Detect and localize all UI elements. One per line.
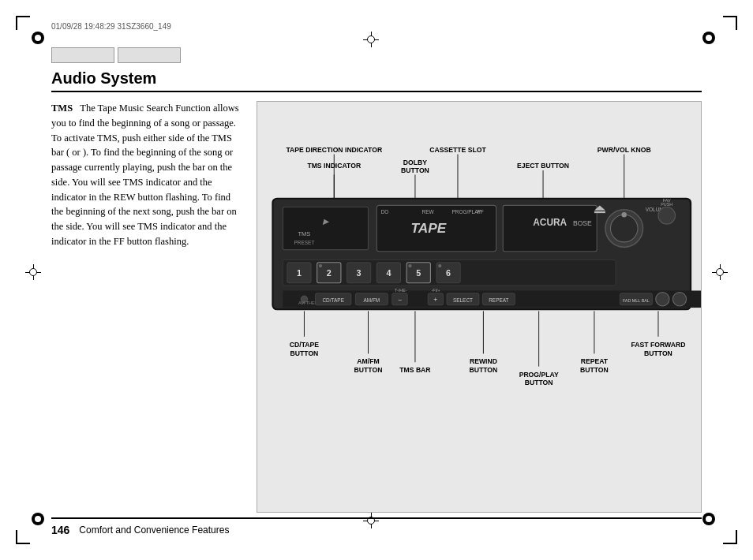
svg-point-1 bbox=[706, 35, 712, 41]
svg-point-7 bbox=[35, 516, 41, 522]
tab-2 bbox=[118, 47, 181, 63]
svg-text:BUTTON: BUTTON bbox=[580, 366, 609, 374]
svg-text:EJECT BUTTON: EJECT BUTTON bbox=[517, 162, 569, 170]
svg-text:SELECT: SELECT bbox=[453, 297, 473, 303]
svg-rect-36 bbox=[594, 211, 605, 213]
svg-point-49 bbox=[319, 264, 322, 267]
svg-text:2: 2 bbox=[327, 268, 332, 278]
svg-text:T-/HE-: T-/HE- bbox=[395, 288, 407, 293]
svg-point-80 bbox=[672, 293, 686, 306]
footer-text: Comfort and Convenience Features bbox=[79, 525, 229, 536]
metadata-line: 01/09/28 19:48:29 31SZ3660_149 bbox=[51, 22, 171, 31]
text-column: TMS The Tape Music Search Function allow… bbox=[51, 101, 241, 513]
reg-circle-tr bbox=[701, 30, 717, 49]
svg-text:−: − bbox=[398, 296, 402, 304]
svg-text:AM/FM: AM/FM bbox=[357, 357, 379, 365]
corner-mark-bl bbox=[16, 530, 30, 544]
page-tabs bbox=[51, 47, 181, 63]
svg-text:DOLBY: DOLBY bbox=[403, 159, 427, 166]
reg-circle-bl bbox=[30, 511, 46, 530]
diagram-area: TAPE DIRECTION INDICATOR CASSETTE SLOT P… bbox=[257, 101, 702, 513]
svg-text:REW: REW bbox=[422, 209, 435, 215]
svg-text:BUTTON: BUTTON bbox=[401, 166, 429, 174]
svg-rect-32 bbox=[503, 205, 597, 251]
tab-1 bbox=[51, 47, 114, 63]
svg-text:6: 6 bbox=[446, 268, 451, 278]
svg-point-56 bbox=[408, 264, 411, 267]
svg-text:AM/FM: AM/FM bbox=[363, 297, 380, 303]
svg-text:PWR/VOL KNOB: PWR/VOL KNOB bbox=[598, 146, 651, 154]
reg-target-left bbox=[25, 264, 41, 280]
diagram-svg: TAPE DIRECTION INDICATOR CASSETTE SLOT P… bbox=[257, 102, 701, 512]
corner-mark-tl bbox=[16, 16, 30, 30]
svg-text:BUTTON: BUTTON bbox=[354, 366, 383, 374]
svg-text:1: 1 bbox=[297, 268, 302, 278]
svg-text:FAST FORWARD: FAST FORWARD bbox=[631, 341, 686, 349]
svg-text:+: + bbox=[433, 296, 437, 304]
reg-circle-br bbox=[701, 511, 717, 530]
svg-text:BOSE: BOSE bbox=[573, 219, 592, 227]
page-number: 146 bbox=[51, 524, 69, 536]
svg-text:BUTTON: BUTTON bbox=[525, 379, 553, 386]
svg-text:CASSETTE SLOT: CASSETTE SLOT bbox=[429, 146, 486, 154]
svg-text:REPEAT: REPEAT bbox=[581, 357, 609, 365]
svg-text:REPEAT: REPEAT bbox=[489, 297, 508, 303]
svg-text:DO: DO bbox=[381, 209, 389, 215]
tms-body: The Tape Music Search Function allows yo… bbox=[51, 103, 239, 247]
svg-text:FAV: FAV bbox=[663, 198, 671, 203]
svg-text:TMS BAR: TMS BAR bbox=[399, 366, 431, 374]
svg-text:REWIND: REWIND bbox=[470, 357, 497, 365]
svg-text:TAPE: TAPE bbox=[411, 220, 447, 236]
reg-target-top bbox=[363, 32, 379, 47]
svg-point-39 bbox=[621, 212, 626, 217]
svg-text:3: 3 bbox=[357, 268, 362, 278]
svg-text:TMS: TMS bbox=[298, 230, 310, 237]
reg-circle-tl bbox=[30, 30, 46, 49]
content-area: TMS The Tape Music Search Function allow… bbox=[51, 101, 702, 513]
reg-target-right bbox=[712, 264, 728, 280]
svg-point-3 bbox=[706, 516, 712, 522]
page-title: Audio System bbox=[51, 69, 702, 88]
svg-point-41 bbox=[658, 207, 676, 225]
svg-point-38 bbox=[610, 215, 638, 242]
svg-text:-FI/+: -FI/+ bbox=[431, 288, 440, 293]
page-footer: 146 Comfort and Convenience Features bbox=[51, 517, 702, 536]
svg-text:FF: FF bbox=[478, 209, 484, 215]
svg-text:FAD  MLL  BAL: FAD MLL BAL bbox=[623, 298, 650, 303]
svg-text:CD/TAPE: CD/TAPE bbox=[322, 297, 344, 303]
svg-text:BUTTON: BUTTON bbox=[644, 349, 672, 357]
corner-mark-br bbox=[723, 530, 737, 544]
corner-mark-tr bbox=[723, 16, 737, 30]
svg-text:BUTTON: BUTTON bbox=[290, 349, 319, 357]
tms-label: TMS bbox=[51, 103, 73, 114]
svg-text:4: 4 bbox=[386, 268, 391, 278]
svg-point-79 bbox=[656, 293, 669, 306]
svg-text:TAPE DIRECTION INDICATOR: TAPE DIRECTION INDICATOR bbox=[286, 146, 382, 154]
svg-point-59 bbox=[438, 264, 441, 267]
svg-point-5 bbox=[35, 35, 41, 41]
svg-text:PRESET: PRESET bbox=[294, 240, 314, 245]
svg-text:PUSH: PUSH bbox=[661, 202, 672, 207]
title-rule bbox=[51, 91, 702, 92]
svg-text:CD/TAPE: CD/TAPE bbox=[290, 341, 319, 349]
svg-text:PROG/PLAY: PROG/PLAY bbox=[519, 371, 559, 379]
svg-text:ACURA: ACURA bbox=[533, 217, 567, 228]
svg-text:5: 5 bbox=[416, 268, 421, 278]
page-title-area: Audio System bbox=[51, 69, 702, 92]
svg-text:BUTTON: BUTTON bbox=[470, 366, 498, 374]
